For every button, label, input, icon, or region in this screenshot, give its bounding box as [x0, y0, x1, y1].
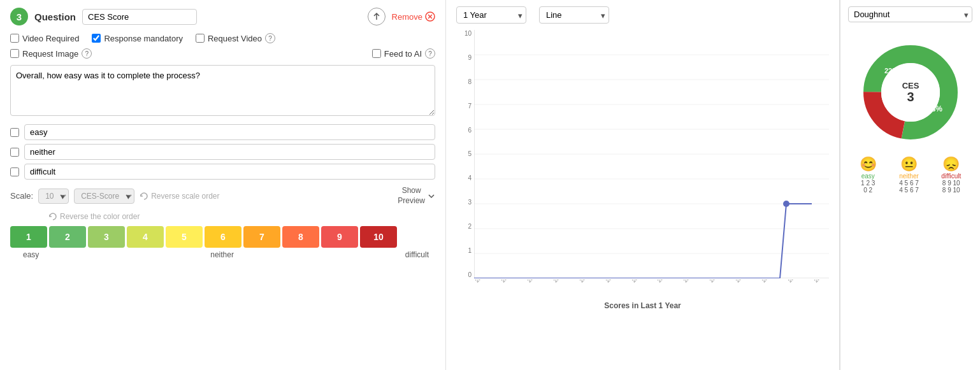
feed-to-ai-help-icon[interactable]: ?	[425, 48, 435, 59]
easy-icon: 😊	[860, 156, 877, 173]
request-video-help-icon[interactable]: ?	[265, 33, 275, 43]
remove-button[interactable]: Remove	[392, 11, 435, 22]
scale-label: Scale:	[10, 191, 33, 201]
scale-cell-5[interactable]: 5	[166, 226, 203, 248]
option-difficult	[10, 164, 435, 180]
scale-bar: 12345678910	[10, 226, 435, 248]
reverse-color-button[interactable]: Reverse the color order	[48, 212, 140, 221]
move-up-button[interactable]	[368, 8, 386, 25]
scale-cell-4[interactable]: 4	[127, 226, 164, 248]
legend-difficult: 😞 difficult 8 9 10 8 9 10	[941, 156, 961, 194]
scale-cell-1[interactable]: 1	[10, 226, 47, 248]
svg-text:78%: 78%	[926, 104, 942, 113]
reverse-scale-button[interactable]: Reverse scale order	[140, 192, 219, 201]
video-required-checkbox[interactable]: Video Required	[10, 34, 79, 43]
question-textarea[interactable]: Overall, how easy was it to complete the…	[10, 65, 435, 116]
svg-text:3: 3	[907, 90, 914, 104]
legend-neither: 😐 neither 4 5 6 7 4 5 6 7	[899, 156, 919, 194]
response-mandatory-checkbox[interactable]: Response mandatory	[92, 34, 183, 43]
svg-text:22%: 22%	[884, 67, 898, 75]
scale-cell-3[interactable]: 3	[88, 226, 125, 248]
doughnut-type-select[interactable]: DoughnutPieBar	[848, 6, 972, 22]
option-neither	[10, 144, 435, 160]
option-easy	[10, 124, 435, 140]
scale-type-select[interactable]: CES-ScoreNPSCSAT	[74, 189, 134, 204]
question-label: Question	[34, 11, 76, 22]
chart-datapoint	[783, 201, 789, 207]
scale-labels: easy neither difficult	[10, 248, 435, 262]
doughnut-chart: CES 3 22% 78%	[848, 35, 972, 150]
option-neither-input[interactable]	[24, 144, 435, 160]
request-image-help-icon[interactable]: ?	[82, 48, 92, 59]
option-easy-checkbox[interactable]	[10, 128, 19, 137]
time-range-select[interactable]: 1 Year6 Months3 Months	[456, 6, 526, 24]
request-video-checkbox[interactable]: Request Video ?	[196, 33, 275, 43]
scale-value-select[interactable]: 1057	[38, 189, 69, 204]
option-neither-checkbox[interactable]	[10, 148, 19, 157]
difficult-icon: 😞	[942, 156, 960, 173]
line-chart-svg	[474, 30, 829, 278]
scale-cell-2[interactable]: 2	[49, 226, 86, 248]
scale-cell-7[interactable]: 7	[243, 226, 280, 248]
chart-title: Scores in Last 1 Year	[456, 301, 829, 310]
scale-cell-8[interactable]: 8	[282, 226, 319, 248]
question-name-input[interactable]	[82, 9, 197, 25]
option-easy-input[interactable]	[24, 124, 435, 140]
scale-cell-10[interactable]: 10	[360, 226, 397, 248]
legend-easy: 😊 easy 1 2 3 0 2	[860, 156, 877, 194]
chart-type-select[interactable]: LineBar	[539, 6, 609, 24]
svg-text:CES: CES	[902, 81, 919, 90]
option-difficult-checkbox[interactable]	[10, 167, 19, 176]
feed-to-ai-checkbox[interactable]: Feed to AI ?	[372, 48, 435, 59]
scale-cell-9[interactable]: 9	[321, 226, 358, 248]
scale-cell-6[interactable]: 6	[205, 226, 241, 248]
question-number: 3	[10, 8, 28, 25]
neither-icon: 😐	[900, 156, 918, 173]
request-image-checkbox[interactable]: Request Image ?	[10, 48, 92, 59]
option-difficult-input[interactable]	[24, 164, 435, 180]
show-preview-button[interactable]: ShowPreview	[398, 186, 435, 206]
